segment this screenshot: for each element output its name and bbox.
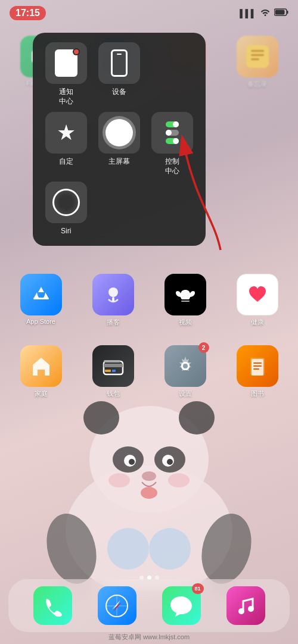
notif-icon — [52, 49, 80, 77]
app-books[interactable]: 图书 — [226, 345, 288, 398]
status-icons: ▌▌▌ — [240, 8, 288, 18]
svg-point-51 — [238, 608, 244, 614]
device-icon-box — [98, 42, 140, 84]
app-settings[interactable]: 2 设置 — [154, 345, 216, 398]
home-icon — [20, 345, 62, 387]
svg-rect-43 — [253, 362, 262, 364]
customize-label: 自定 — [59, 157, 73, 167]
books-icon — [237, 345, 278, 387]
svg-rect-36 — [112, 370, 116, 372]
wallet-icon — [92, 345, 134, 387]
svg-point-2 — [83, 401, 119, 434]
svg-point-40 — [183, 364, 188, 368]
star-icon: ★ — [57, 120, 76, 145]
wallet-label: 钱包 — [107, 389, 120, 398]
arrow-annotation — [161, 131, 244, 262]
appstore-label: App Store — [26, 318, 55, 325]
health-label: 健康 — [251, 318, 264, 327]
siri-icon-box — [45, 182, 87, 223]
device-label: 设备 — [112, 87, 126, 97]
siri-label: Siri — [61, 227, 71, 236]
svg-point-16 — [107, 528, 149, 570]
appstore-icon — [20, 274, 62, 315]
svg-rect-33 — [104, 361, 123, 374]
dock-safari[interactable] — [98, 586, 136, 625]
battery-icon — [274, 8, 288, 18]
svg-rect-42 — [252, 359, 263, 376]
svg-rect-20 — [275, 10, 285, 15]
svg-rect-26 — [251, 54, 264, 56]
app-wallet[interactable]: 钱包 — [82, 345, 144, 398]
dock-messages[interactable]: 81 — [162, 586, 201, 625]
app-podcasts[interactable]: 播客 — [82, 274, 144, 327]
svg-rect-45 — [253, 368, 259, 370]
svg-point-30 — [108, 287, 118, 297]
signal-icon: ▌▌▌ — [240, 9, 256, 18]
home-screen-icon-box — [98, 112, 140, 154]
device-phone-icon — [111, 49, 128, 77]
siri-circle-icon — [52, 189, 80, 216]
messages-icon: 81 — [162, 586, 201, 625]
svg-point-17 — [149, 528, 191, 570]
svg-point-11 — [108, 473, 130, 487]
svg-rect-29 — [33, 298, 49, 299]
watermark: 蓝莓安卓网 www.lmkjst.com — [0, 633, 298, 642]
app-notes: 备忘录 — [226, 36, 288, 89]
app-appstore[interactable]: App Store — [10, 274, 72, 327]
customize-icon-box: ★ — [45, 112, 87, 154]
settings-icon: 2 — [164, 345, 206, 387]
appletv-icon — [164, 274, 206, 315]
app-grid-row2: 家庭 钱包 2 设置 — [0, 345, 298, 398]
svg-rect-19 — [287, 11, 288, 14]
svg-rect-35 — [105, 370, 111, 372]
home-screen-label: 主屏幕 — [108, 157, 130, 167]
settings-badge: 2 — [198, 342, 209, 353]
books-label: 图书 — [251, 389, 264, 398]
home-label: 家庭 — [35, 389, 48, 398]
podcasts-label: 播客 — [107, 318, 120, 327]
svg-rect-27 — [251, 58, 259, 60]
dock: 81 — [8, 579, 290, 632]
app-home[interactable]: 家庭 — [10, 345, 72, 398]
menu-item-siri[interactable]: Siri — [42, 182, 89, 236]
menu-item-device[interactable]: 设备 — [95, 42, 142, 106]
svg-point-13 — [141, 487, 157, 499]
svg-point-9 — [167, 459, 173, 465]
status-bar: 17:15 ▌▌▌ — [0, 0, 298, 26]
dock-music[interactable] — [226, 586, 265, 625]
safari-icon — [98, 586, 136, 625]
dock-phone[interactable] — [33, 586, 72, 625]
health-icon — [237, 274, 278, 315]
svg-point-3 — [179, 401, 215, 434]
menu-item-customize[interactable]: ★ 自定 — [42, 112, 89, 176]
appletv-label: 视频 — [179, 318, 192, 327]
home-screen-circle-icon — [105, 119, 133, 146]
svg-rect-37 — [104, 360, 120, 362]
phone-icon — [33, 586, 72, 625]
svg-point-8 — [129, 459, 135, 465]
notification-center-icon-box — [45, 42, 87, 84]
app-health[interactable]: 健康 — [226, 274, 288, 327]
app-appletv[interactable]: 视频 — [154, 274, 216, 327]
podcasts-icon — [92, 274, 134, 315]
menu-item-notification-center[interactable]: 通知 中心 — [42, 42, 89, 106]
svg-point-12 — [168, 473, 190, 487]
wifi-icon — [260, 8, 271, 18]
menu-item-home-screen[interactable]: 主屏幕 — [95, 112, 142, 176]
svg-rect-34 — [104, 364, 123, 367]
settings-label: 设置 — [179, 389, 192, 398]
music-icon — [226, 586, 265, 625]
svg-rect-32 — [181, 301, 190, 302]
svg-point-10 — [142, 471, 156, 481]
svg-rect-44 — [253, 365, 262, 367]
notification-center-label: 通知 中心 — [59, 87, 73, 106]
svg-rect-25 — [251, 50, 264, 52]
svg-point-52 — [248, 606, 254, 612]
svg-rect-24 — [246, 45, 269, 68]
status-time: 17:15 — [10, 6, 46, 20]
app-grid-row1: App Store 播客 视频 健康 — [0, 274, 298, 327]
messages-badge: 81 — [192, 583, 204, 594]
panda-decoration — [36, 376, 262, 590]
